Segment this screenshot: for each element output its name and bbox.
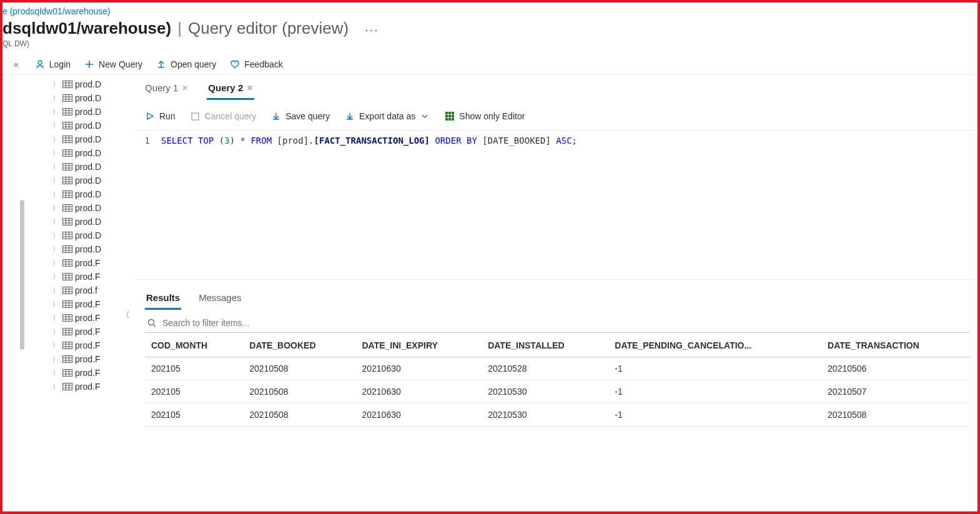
save-query-button[interactable]: Save query — [271, 111, 330, 121]
results-search[interactable] — [145, 312, 970, 333]
table-icon — [62, 355, 72, 363]
svg-rect-21 — [63, 136, 72, 143]
svg-rect-111 — [63, 383, 72, 390]
table-cell: 20210530 — [482, 403, 608, 427]
tree-item-label: prod.F — [75, 258, 100, 268]
command-bar: « Login New Query Open query Feedback — [2, 54, 978, 75]
breadcrumb[interactable]: e (prodsqldw01/warehouse) — [2, 2, 978, 19]
query-tab[interactable]: Query 1✕ — [144, 79, 189, 100]
table-cell: 20210506 — [821, 357, 970, 380]
tree-item[interactable]: 〉prod.D — [2, 91, 121, 105]
column-header[interactable]: COD_MONTH — [145, 333, 243, 357]
table-cell: -1 — [608, 357, 821, 380]
grid-icon — [445, 111, 455, 121]
show-only-editor-button[interactable]: Show only Editor — [445, 111, 525, 121]
tree-item[interactable]: 〉prod.F — [2, 352, 121, 366]
sql-code-line[interactable]: SELECT TOP (3) * FROM [prod].[FACT_TRANS… — [161, 136, 577, 146]
tree-item-label: prod.D — [75, 107, 101, 117]
svg-rect-26 — [63, 150, 72, 157]
chevron-right-icon: 〉 — [52, 107, 60, 117]
more-icon[interactable]: ··· — [365, 22, 379, 37]
chevron-right-icon: 〉 — [52, 341, 60, 350]
plus-icon — [84, 59, 94, 69]
chevron-right-icon: 〉 — [52, 245, 60, 254]
results-search-input[interactable] — [161, 317, 968, 329]
chevron-right-icon: 〉 — [52, 259, 60, 268]
run-label: Run — [159, 111, 176, 121]
table-icon — [62, 163, 72, 171]
table-cell: 20210530 — [482, 380, 608, 403]
tree-item[interactable]: 〉prod.D — [2, 174, 121, 187]
table-icon — [62, 81, 72, 88]
svg-rect-16 — [63, 122, 72, 129]
svg-rect-101 — [63, 356, 72, 363]
tree-item-label: prod.D — [75, 93, 101, 103]
svg-rect-81 — [63, 301, 72, 308]
tree-item-label: prod.D — [75, 121, 101, 131]
tree-item-label: prod.D — [75, 79, 101, 89]
table-row[interactable]: 202105202105082021063020210530-120210508 — [145, 403, 970, 427]
chevron-right-icon: 〉 — [52, 300, 60, 309]
tree-item[interactable]: 〉prod.D — [2, 146, 121, 160]
collapse-chevron-icon[interactable]: « — [14, 59, 19, 69]
new-query-button[interactable]: New Query — [84, 59, 142, 69]
open-query-button[interactable]: Open query — [156, 59, 216, 69]
column-header[interactable]: DATE_BOOKED — [243, 333, 355, 357]
tab-results[interactable]: Results — [145, 290, 181, 310]
svg-rect-11 — [63, 109, 72, 116]
svg-rect-46 — [63, 205, 72, 212]
svg-rect-76 — [63, 287, 72, 294]
svg-rect-86 — [63, 315, 72, 322]
tree-item[interactable]: 〉prod.D — [2, 105, 121, 119]
results-table[interactable]: COD_MONTHDATE_BOOKEDDATE_INI_EXPIRYDATE_… — [145, 333, 970, 427]
column-header[interactable]: DATE_TRANSACTION — [821, 333, 970, 357]
close-icon[interactable]: ✕ — [182, 84, 188, 92]
tree-item-label: prod.D — [75, 230, 101, 240]
collapse-results-icon[interactable]: 〈 — [120, 307, 131, 324]
scrollbar-thumb[interactable] — [20, 200, 24, 350]
table-icon — [62, 177, 72, 184]
query-tabs: Query 1✕Query 2✕ — [136, 79, 978, 100]
svg-rect-1 — [63, 81, 72, 88]
download-icon — [345, 111, 355, 121]
table-icon — [62, 383, 72, 390]
column-header[interactable]: DATE_INI_EXPIRY — [355, 333, 482, 357]
chevron-right-icon: 〉 — [52, 231, 60, 240]
svg-rect-91 — [63, 329, 72, 335]
close-icon[interactable]: ✕ — [247, 84, 253, 92]
table-row[interactable]: 202105202105082021063020210528-120210506 — [145, 357, 970, 380]
tree-item[interactable]: 〉prod.D — [2, 77, 121, 91]
table-icon — [62, 122, 72, 129]
page-subtitle: QL DW) — [2, 38, 978, 54]
tree-item[interactable]: 〉prod.D — [2, 160, 121, 174]
table-cell: 202105 — [145, 403, 243, 427]
sql-editor[interactable]: 1 SELECT TOP (3) * FROM [prod].[FACT_TRA… — [136, 130, 978, 280]
person-icon — [35, 59, 45, 69]
chevron-right-icon: 〉 — [52, 94, 60, 103]
table-icon — [62, 287, 72, 294]
run-button[interactable]: Run — [145, 111, 176, 121]
column-header[interactable]: DATE_PENDING_CANCELATIO... — [608, 333, 821, 357]
feedback-button[interactable]: Feedback — [230, 59, 282, 69]
save-label: Save query — [285, 111, 330, 121]
login-button[interactable]: Login — [35, 59, 71, 69]
tab-messages[interactable]: Messages — [197, 290, 242, 310]
show-only-label: Show only Editor — [459, 111, 525, 121]
tree-item[interactable]: 〉prod.D — [2, 132, 121, 146]
tree-item[interactable]: 〉prod.D — [2, 187, 121, 201]
table-row[interactable]: 202105202105082021063020210530-120210507 — [145, 380, 970, 403]
page-title-main: dsqldw01/warehouse) — [2, 19, 171, 38]
object-explorer[interactable]: 〉prod.D〉prod.D〉prod.D〉prod.D〉prod.D〉prod… — [2, 75, 121, 493]
table-icon — [62, 259, 72, 267]
tree-item[interactable]: 〉prod.D — [2, 119, 121, 132]
tree-item[interactable]: 〉prod.F — [2, 366, 121, 380]
chevron-right-icon: 〉 — [52, 314, 60, 323]
tree-item[interactable]: 〉prod.F — [2, 380, 121, 393]
line-number: 1 — [136, 136, 161, 146]
chevron-right-icon: 〉 — [52, 80, 60, 89]
column-header[interactable]: DATE_INSTALLED — [482, 333, 608, 357]
export-data-button[interactable]: Export data as — [345, 111, 430, 121]
table-cell: 202105 — [145, 380, 243, 403]
table-icon — [62, 300, 72, 308]
query-tab[interactable]: Query 2✕ — [207, 79, 254, 100]
